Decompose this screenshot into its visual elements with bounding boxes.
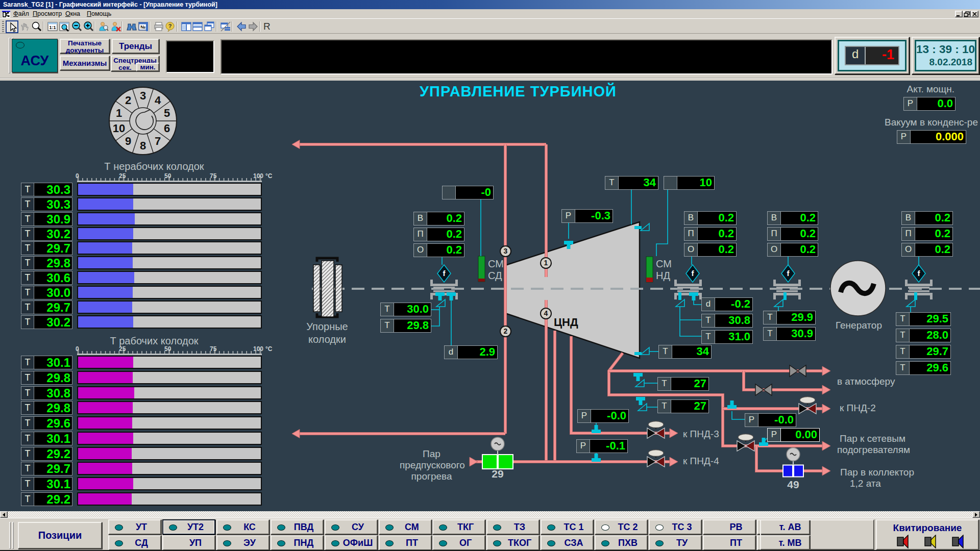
search-button[interactable] (126, 20, 138, 33)
display-box-Т-29.9: Т29.9 (763, 311, 816, 324)
nav-button-пвд[interactable]: ПВД (271, 519, 324, 535)
nav-button-ут[interactable]: УТ (108, 519, 161, 535)
ack-speaker-red-icon[interactable] (897, 535, 909, 550)
nav-button-эу[interactable]: ЭУ (216, 535, 270, 550)
horizontal-scrollbar[interactable] (0, 511, 980, 518)
spectrends-button[interactable]: Спецтрендысек.мин. (111, 56, 159, 71)
dial-number-3: 3 (136, 90, 150, 102)
minimize-button[interactable] (955, 11, 963, 17)
ack-label: Квитирование (877, 522, 978, 534)
print-docs-button[interactable]: Печатные документы (60, 39, 110, 54)
thrust-label-2: колодки (306, 334, 348, 345)
close-button[interactable] (971, 11, 978, 17)
kol-label-1: Пар в коллектор (840, 467, 922, 478)
bottom-grip[interactable] (9, 522, 11, 549)
scale-tick-label: 100 (253, 172, 263, 180)
f-sensor-label: f (437, 269, 451, 278)
dial-number-1: 1 (112, 107, 126, 119)
number-window-button[interactable]: № (137, 20, 150, 33)
pad-temp-bar (77, 432, 262, 445)
positions-button[interactable]: Позиции (18, 522, 102, 549)
d-panel-value: -1 (866, 47, 898, 64)
display-box-Р-0.000: Р0.000 (897, 130, 966, 144)
pad-temp-readout: Т29.2 (21, 492, 72, 506)
zoom-tool-button[interactable] (31, 20, 43, 33)
nav-button-ут2[interactable]: УТ2 (162, 519, 215, 535)
zoom-region-button[interactable] (58, 20, 70, 33)
asu-button[interactable]: АСУ (12, 39, 58, 72)
remove-user-button[interactable] (110, 20, 122, 33)
menu-file[interactable]: Файл (13, 10, 29, 18)
ack-speaker-yellow-icon[interactable] (924, 535, 937, 550)
scroll-left-button[interactable] (0, 511, 8, 518)
nav-button-пхв[interactable]: ПХВ (595, 535, 648, 550)
nav-button-см[interactable]: СМ (379, 519, 432, 535)
document-icon[interactable] (2, 10, 10, 18)
nav-button-рв[interactable]: РВ (703, 519, 756, 535)
nav-button-су[interactable]: СУ (325, 519, 378, 535)
pan-tool-button[interactable] (19, 20, 31, 33)
help-button[interactable]: ? (164, 20, 176, 33)
r-button[interactable]: R (263, 21, 271, 32)
nav-button-тз[interactable]: ТЗ (486, 519, 540, 535)
find-user-button[interactable] (97, 20, 110, 33)
scale-tick-label: 75 (210, 345, 216, 353)
alarm-display-large (220, 39, 832, 74)
dial-number-7: 7 (151, 135, 164, 147)
pad-temp-bar (77, 271, 262, 284)
nav-button-сза[interactable]: СЗА (541, 535, 594, 550)
nav-button-кс[interactable]: КС (216, 519, 270, 535)
nav-button-тс3[interactable]: ТС 3 (649, 519, 702, 535)
back-button[interactable] (235, 20, 248, 33)
pad-temp-readout: Т30.1 (21, 432, 72, 445)
act-power-label: Акт. мощн. (888, 84, 954, 95)
select-tool-button[interactable] (6, 20, 18, 33)
toolbar-grip[interactable] (2, 21, 4, 32)
spectrends-min-button[interactable]: мин. (136, 63, 159, 71)
zoom-in-button[interactable] (82, 20, 94, 33)
zoom-out-button[interactable] (70, 20, 83, 33)
nav-button-тког[interactable]: ТКОГ (486, 535, 540, 550)
restore-button[interactable] (963, 11, 971, 17)
bottom-grip2[interactable] (12, 522, 14, 549)
display-box-Т-30.9: Т30.9 (763, 327, 816, 341)
display-box-Р--0.1: Р-0.1 (576, 439, 628, 453)
print-button[interactable] (153, 20, 165, 33)
nav-button-тс2[interactable]: ТС 2 (595, 519, 648, 535)
tile-horizontal-button[interactable] (191, 20, 204, 33)
nav-button-сд[interactable]: СД (108, 535, 161, 550)
sm-sd-bar (478, 256, 485, 282)
display-box-Р-0.0: Р0.0 (903, 97, 955, 111)
dial-number-2: 2 (121, 94, 135, 107)
nav-button-офиш[interactable]: ОФиШ (325, 535, 378, 550)
pad-temp-readout: Т30.9 (21, 212, 72, 226)
zoom-100-button[interactable]: 1:1 (46, 20, 59, 33)
menu-windows[interactable]: Окна (65, 10, 80, 18)
mechanisms-button[interactable]: Механизмы (60, 56, 110, 70)
menu-view[interactable]: Просмотр (33, 10, 62, 18)
scroll-right-button[interactable] (972, 511, 980, 518)
nav-button-уп[interactable]: УП (162, 535, 215, 550)
menu-help[interactable]: Помощь (87, 10, 111, 18)
nav-button-ткг[interactable]: ТКГ (432, 519, 485, 535)
nav-button-тс1[interactable]: ТС 1 (541, 519, 594, 535)
scale-unit: °C (265, 172, 272, 180)
pad-temp-readout: Т30.3 (21, 183, 72, 196)
cascade-windows-button[interactable] (203, 20, 215, 33)
nav-button-пт[interactable]: ПТ (379, 535, 432, 550)
trends-button[interactable]: Тренды (112, 39, 159, 54)
display-box-В-0.2: В0.2 (413, 212, 464, 226)
header-grip[interactable] (9, 38, 10, 73)
no-redraw-button[interactable] (219, 20, 232, 33)
vacuum-label: Вакуум в конденс-ре (885, 117, 977, 128)
led-indicator (223, 524, 231, 531)
nav-button-ог[interactable]: ОГ (432, 535, 485, 550)
tile-vertical-button[interactable] (180, 20, 192, 33)
ack-speaker-blue-icon[interactable] (952, 535, 964, 550)
pad-temp-readout: Т30.2 (21, 227, 72, 241)
atm-label: в атмосферу (837, 376, 909, 387)
nav-button-пнд[interactable]: ПНД (271, 535, 324, 550)
nav-button-пт-2[interactable]: ПТ (703, 535, 756, 550)
nav-button-ту[interactable]: ТУ (649, 535, 702, 550)
forward-button[interactable] (247, 20, 259, 33)
